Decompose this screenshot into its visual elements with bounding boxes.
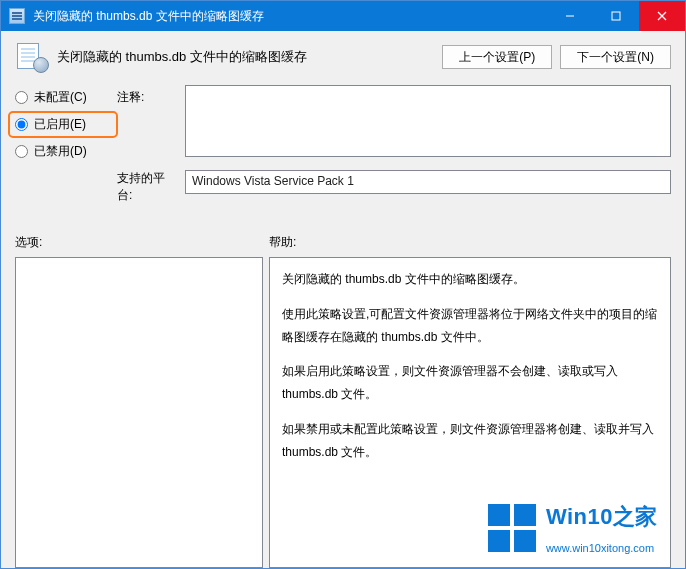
radio-not-configured-label: 未配置(C) [34,89,87,106]
panes: 关闭隐藏的 thumbs.db 文件中的缩略图缓存。 使用此策略设置,可配置文件… [1,257,685,568]
radio-not-configured-input[interactable] [15,91,28,104]
header: 关闭隐藏的 thumbs.db 文件中的缩略图缓存 上一个设置(P) 下一个设置… [1,31,685,79]
maximize-button[interactable] [593,1,639,31]
policy-title: 关闭隐藏的 thumbs.db 文件中的缩略图缓存 [57,48,432,66]
radio-enabled[interactable]: 已启用(E) [11,114,115,135]
help-label: 帮助: [269,234,671,251]
radio-disabled-label: 已禁用(D) [34,143,87,160]
help-p2: 使用此策略设置,可配置文件资源管理器将位于网络文件夹中的项目的缩略图缓存在隐藏的… [282,303,658,349]
radio-disabled-input[interactable] [15,145,28,158]
radio-not-configured[interactable]: 未配置(C) [15,89,111,106]
watermark: Win10之家 www.win10xitong.com [488,496,658,559]
help-p3: 如果启用此策略设置，则文件资源管理器不会创建、读取或写入 thumbs.db 文… [282,360,658,406]
config-area: 未配置(C) 已启用(E) 已禁用(D) 注释: 支持的平台: Windows … [1,79,685,208]
nav-buttons: 上一个设置(P) 下一个设置(N) [442,45,671,69]
next-setting-button[interactable]: 下一个设置(N) [560,45,671,69]
options-pane[interactable] [15,257,263,568]
radio-enabled-label: 已启用(E) [34,116,86,133]
radio-disabled[interactable]: 已禁用(D) [15,143,111,160]
app-icon [9,8,25,24]
window-title: 关闭隐藏的 thumbs.db 文件中的缩略图缓存 [31,8,547,25]
titlebar: 关闭隐藏的 thumbs.db 文件中的缩略图缓存 [1,1,685,31]
platform-label: 支持的平台: [117,170,179,204]
watermark-brand: Win10之家 [546,496,658,538]
mid-labels: 选项: 帮助: [1,208,685,257]
platform-value: Windows Vista Service Pack 1 [185,170,671,194]
help-p4: 如果禁用或未配置此策略设置，则文件资源管理器将创建、读取并写入 thumbs.d… [282,418,658,464]
prev-setting-button[interactable]: 上一个设置(P) [442,45,552,69]
comment-label: 注释: [117,85,179,106]
help-p1: 关闭隐藏的 thumbs.db 文件中的缩略图缓存。 [282,268,658,291]
windows-logo-icon [488,504,536,552]
policy-editor-window: 关闭隐藏的 thumbs.db 文件中的缩略图缓存 关闭隐藏的 thumbs.d… [0,0,686,569]
watermark-url: www.win10xitong.com [546,538,658,559]
policy-icon [15,43,47,71]
help-pane[interactable]: 关闭隐藏的 thumbs.db 文件中的缩略图缓存。 使用此策略设置,可配置文件… [269,257,671,568]
minimize-button[interactable] [547,1,593,31]
svg-rect-1 [612,12,620,20]
radio-enabled-input[interactable] [15,118,28,131]
state-radios: 未配置(C) 已启用(E) 已禁用(D) [15,85,111,160]
options-label: 选项: [15,234,269,251]
comment-textarea[interactable] [185,85,671,157]
close-button[interactable] [639,1,685,31]
